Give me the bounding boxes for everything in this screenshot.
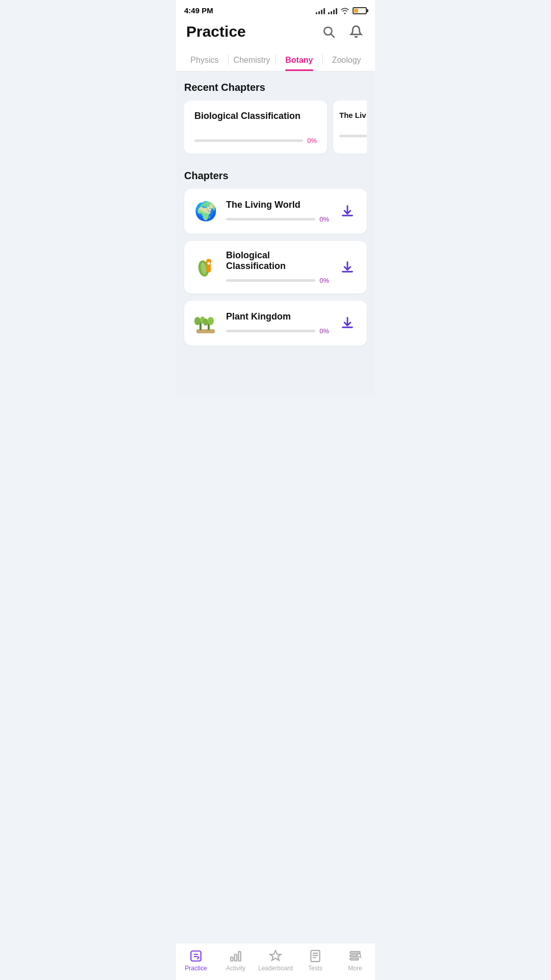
tab-zoology[interactable]: Zoology <box>323 48 370 71</box>
recent-card-biological[interactable]: Biological Classification 0% <box>184 101 327 154</box>
chapter-info-biological: Biological Classification 0% <box>226 250 329 284</box>
status-time: 4:49 PM <box>184 6 213 15</box>
chapter-pct: 0% <box>319 215 329 223</box>
download-button-biological[interactable] <box>336 256 359 279</box>
recent-partial-progress <box>339 135 367 137</box>
nav-leaderboard[interactable]: Leaderboard <box>256 947 295 974</box>
recent-chapters-section: Recent Chapters Biological Classificatio… <box>176 71 375 162</box>
download-icon-2 <box>340 260 355 275</box>
nav-practice-label: Practice <box>185 965 207 972</box>
chapter-name-plant-kingdom: Plant Kingdom <box>226 311 329 322</box>
tab-botany[interactable]: Botany <box>276 48 323 71</box>
svg-rect-20 <box>350 955 357 957</box>
chapter-progress-bg-3 <box>226 330 315 332</box>
plant-icon-svg <box>192 310 219 336</box>
leaderboard-icon <box>269 949 282 963</box>
tests-icon <box>309 949 322 963</box>
nav-tests-label: Tests <box>308 965 322 972</box>
nav-tests[interactable]: Tests <box>295 947 335 974</box>
wifi-icon <box>340 7 349 14</box>
chapter-icon-living-world: 🌍 <box>192 198 219 225</box>
recent-progress-bar-bg <box>194 139 303 142</box>
svg-rect-17 <box>238 951 240 961</box>
recent-progress-pct: 0% <box>307 137 317 144</box>
nav-activity[interactable]: Activity <box>216 947 256 974</box>
search-icon <box>322 25 335 38</box>
chapter-card-biological[interactable]: Biological Classification 0% <box>184 241 367 293</box>
chapter-info-plant-kingdom: Plant Kingdom 0% <box>226 311 329 335</box>
battery-icon <box>353 7 367 14</box>
signal-icon-2 <box>328 7 337 14</box>
tab-chemistry[interactable]: Chemistry <box>229 48 276 71</box>
chapter-name-biological: Biological Classification <box>226 250 329 272</box>
chapters-section: Chapters 🌍 The Living World 0% <box>176 162 375 398</box>
download-icon-3 <box>340 316 355 330</box>
tab-physics[interactable]: Physics <box>181 48 228 71</box>
status-bar: 4:49 PM <box>176 0 375 19</box>
chapter-progress-row-2: 0% <box>226 277 329 284</box>
bottom-nav: Practice Activity Leaderboard Tests Mor <box>176 943 375 980</box>
page-title: Practice <box>186 23 246 40</box>
recent-card-living-world[interactable]: The Liv <box>333 101 367 154</box>
svg-point-9 <box>194 317 201 325</box>
notification-button[interactable] <box>347 23 365 40</box>
svg-rect-16 <box>235 954 237 961</box>
practice-icon <box>189 949 203 963</box>
biological-icon-svg <box>192 254 219 281</box>
download-button-living-world[interactable] <box>336 200 359 223</box>
header-actions <box>320 23 365 40</box>
chapter-progress-row-3: 0% <box>226 327 329 335</box>
chapter-progress-bg-2 <box>226 279 315 282</box>
svg-point-13 <box>208 317 214 325</box>
search-button[interactable] <box>320 23 337 40</box>
svg-rect-15 <box>231 957 233 961</box>
status-icons <box>316 7 367 14</box>
nav-activity-label: Activity <box>226 965 245 972</box>
svg-line-23 <box>360 957 361 958</box>
chapter-name-living-world: The Living World <box>226 200 329 210</box>
svg-rect-19 <box>350 951 360 953</box>
chapter-pct-2: 0% <box>319 277 329 284</box>
bottom-spacer <box>184 353 367 394</box>
bell-icon <box>349 25 363 38</box>
chapter-info-living-world: The Living World 0% <box>226 200 329 223</box>
recent-chapters-scroll: Biological Classification 0% The Liv <box>184 101 367 156</box>
download-button-plant-kingdom[interactable] <box>336 312 359 334</box>
svg-rect-21 <box>350 958 358 960</box>
recent-card-title: Biological Classification <box>194 111 317 121</box>
recent-partial-progress-bg <box>339 135 367 137</box>
recent-progress-row: 0% <box>194 137 317 144</box>
chapters-title: Chapters <box>184 170 367 182</box>
chapter-icon-plant-kingdom <box>192 310 219 336</box>
svg-rect-7 <box>196 329 215 333</box>
chapter-card-plant-kingdom[interactable]: Plant Kingdom 0% <box>184 301 367 346</box>
subject-tabs: Physics Chemistry Botany Zoology <box>176 48 375 71</box>
svg-point-12 <box>203 318 208 326</box>
signal-icon <box>316 7 325 14</box>
nav-more-label: More <box>348 965 362 972</box>
chapter-progress-bg <box>226 218 315 220</box>
activity-icon <box>229 949 242 963</box>
main-content: Recent Chapters Biological Classificatio… <box>176 71 375 398</box>
svg-line-1 <box>331 34 334 37</box>
more-icon <box>348 949 362 963</box>
recent-chapters-title: Recent Chapters <box>184 82 367 93</box>
download-icon <box>340 204 355 218</box>
recent-card-partial-title: The Liv <box>339 111 367 119</box>
nav-practice[interactable]: Practice <box>176 947 216 974</box>
chapter-progress-row: 0% <box>226 215 329 223</box>
chapter-card-living-world[interactable]: 🌍 The Living World 0% <box>184 189 367 234</box>
header: Practice <box>176 19 375 48</box>
chapter-pct-3: 0% <box>319 327 329 335</box>
chapter-icon-biological <box>192 254 219 281</box>
svg-point-6 <box>208 262 210 264</box>
nav-leaderboard-label: Leaderboard <box>258 965 293 972</box>
nav-more[interactable]: More <box>335 947 375 974</box>
